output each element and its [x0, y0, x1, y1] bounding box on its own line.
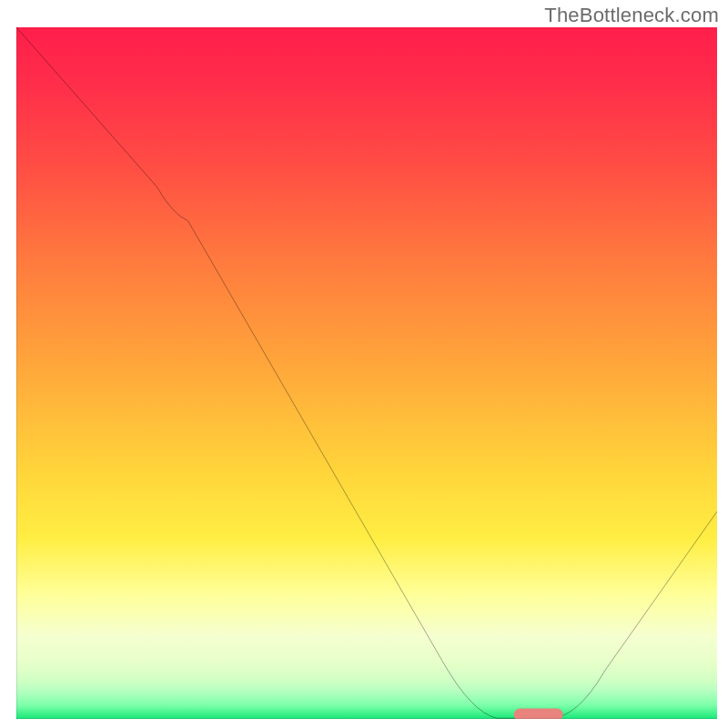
plot-area [16, 27, 717, 719]
optimal-marker [514, 709, 563, 719]
bottleneck-curve-path [16, 27, 717, 718]
chart-container: TheBottleneck.com [0, 0, 728, 728]
curve-layer [16, 27, 717, 719]
watermark-text: TheBottleneck.com [544, 4, 719, 27]
